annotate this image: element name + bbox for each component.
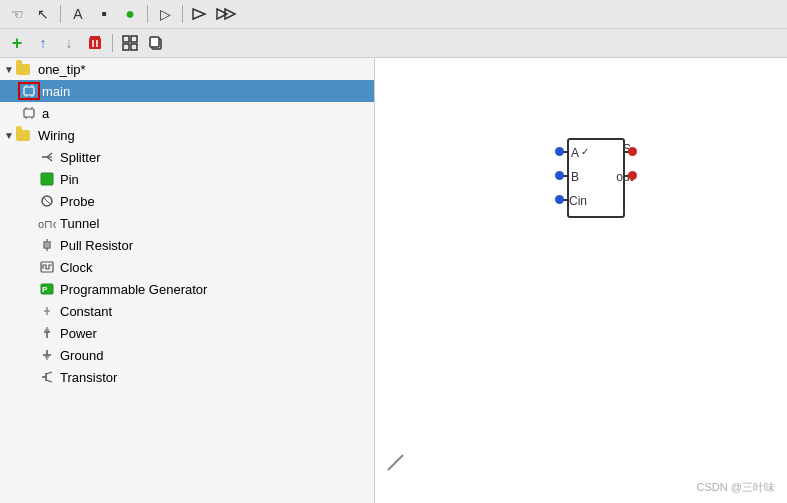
input-b-label: B [571,170,579,184]
svg-line-26 [47,157,52,161]
svg-rect-32 [44,242,50,248]
wiring-folder-icon [16,126,34,144]
circuit-diagram: S out A B Cin [555,138,635,223]
tree-label-probe: Probe [60,194,95,209]
pin-dot-cin [555,195,564,204]
tree-label-wiring: Wiring [38,128,75,143]
svg-rect-27 [41,173,53,185]
tree-item-one-tip[interactable]: ▼ one_tip* [0,58,374,80]
arrow-tool[interactable]: ↖ [32,3,54,25]
left-panel: ▼ one_tip* [0,58,375,503]
check-mark: ✓ [581,146,589,157]
move-up-button[interactable]: ↑ [32,32,54,54]
circuit-icon-a [20,104,38,122]
svg-line-24 [47,153,52,157]
play-tool[interactable]: ▷ [154,3,176,25]
tree-label-clock: Clock [60,260,93,275]
svg-text:P: P [42,285,48,294]
tree-label-tunnel: Tunnel [60,216,99,231]
tree-label-ground: Ground [60,348,103,363]
main-content: ▼ one_tip* [0,58,787,503]
sep4 [112,34,113,52]
tree-item-splitter[interactable]: Splitter [0,146,374,168]
power-icon [38,324,56,342]
tree-item-probe[interactable]: Probe [0,190,374,212]
tree-label-a: a [42,106,49,121]
buffer-tool[interactable] [189,3,211,25]
ground-icon [38,346,56,364]
tree-label-one-tip: one_tip* [38,62,86,77]
svg-rect-7 [123,36,129,42]
transistor-icon [38,368,56,386]
tree-item-pull-resistor[interactable]: Pull Resistor [0,234,374,256]
wiring-expand-arrow: ▼ [4,130,14,141]
buffer2-tool[interactable] [215,3,237,25]
clock-icon [38,258,56,276]
toolbar-row1: ☜ ↖ A ▪ ● ▷ [0,0,787,29]
canvas-area[interactable]: S out A B Cin [375,58,787,503]
pull-resistor-icon [38,236,56,254]
svg-rect-12 [150,37,159,47]
tree-label-power: Power [60,326,97,341]
svg-line-29 [44,198,50,204]
tunnel-icon: o⊓o [38,214,56,232]
sep2 [147,5,148,23]
sep3 [182,5,183,23]
tree-item-prog-gen[interactable]: P Programmable Generator [0,278,374,300]
text-tool[interactable]: A [67,3,89,25]
toolbar-row2: + ↑ ↓ [0,29,787,57]
pin-dot-s [628,147,637,156]
add-button[interactable]: + [6,32,28,54]
dot-tool[interactable]: ● [119,3,141,25]
tree-item-pin[interactable]: Pin [0,168,374,190]
tree-label-constant: Constant [60,304,112,319]
circuit-icon-main [20,82,38,100]
tree-item-clock[interactable]: Clock [0,256,374,278]
svg-line-52 [46,380,52,382]
input-a-label: A [571,146,579,160]
prog-gen-icon: P [38,280,56,298]
tree-item-constant[interactable]: Constant [0,300,374,322]
diagonal-line [383,450,408,478]
pin-dot-b [555,171,564,180]
toolbar: ☜ ↖ A ▪ ● ▷ + ↑ ↓ [0,0,787,58]
tree-item-tunnel[interactable]: o⊓o Tunnel [0,212,374,234]
pin-dot-a [555,147,564,156]
move-down-button[interactable]: ↓ [58,32,80,54]
rect-tool[interactable]: ▪ [93,3,115,25]
sep1 [60,5,61,23]
svg-marker-0 [193,9,205,19]
grid-button[interactable] [119,32,141,54]
tree-item-a[interactable]: a [0,102,374,124]
svg-rect-4 [89,38,101,49]
tree-label-pull-resistor: Pull Resistor [60,238,133,253]
delete-button[interactable] [84,32,106,54]
pin-icon [38,170,56,188]
tree-label-main: main [42,84,70,99]
tree-label-splitter: Splitter [60,150,100,165]
tree-item-transistor[interactable]: Transistor [0,366,374,388]
tree-item-main[interactable]: main [0,80,374,102]
watermark: CSDN @三叶味 [697,480,775,495]
svg-rect-9 [123,44,129,50]
input-cin-label: Cin [569,194,587,208]
copy-button[interactable] [145,32,167,54]
tree-label-transistor: Transistor [60,370,117,385]
pointer-hand-tool[interactable]: ☜ [6,3,28,25]
tree-item-ground[interactable]: Ground [0,344,374,366]
svg-rect-13 [24,87,34,95]
svg-line-51 [46,372,52,374]
svg-rect-3 [90,36,100,38]
probe-icon [38,192,56,210]
expand-arrow: ▼ [4,64,14,75]
tree-area[interactable]: ▼ one_tip* [0,58,374,503]
svg-rect-10 [131,44,137,50]
tree-item-power[interactable]: Power [0,322,374,344]
folder-icon [16,60,34,78]
svg-rect-8 [131,36,137,42]
tree-label-pin: Pin [60,172,79,187]
tree-item-wiring[interactable]: ▼ Wiring [0,124,374,146]
svg-rect-18 [24,109,34,117]
pin-dot-out [628,171,637,180]
svg-text:o⊓o: o⊓o [38,218,56,230]
